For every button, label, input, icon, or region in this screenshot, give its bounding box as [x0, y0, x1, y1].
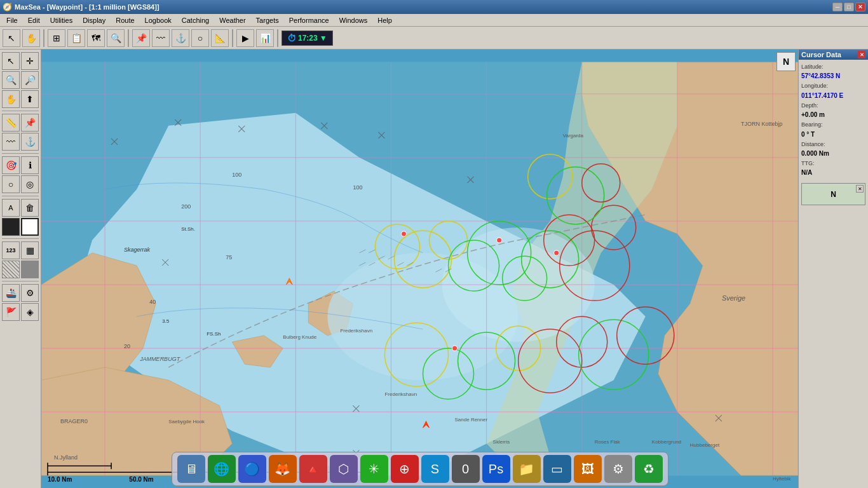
menu-item-performance[interactable]: Performance	[284, 14, 334, 26]
svg-point-85	[452, 346, 458, 351]
tool-pointer[interactable]: ↖	[2, 52, 20, 70]
tool-route[interactable]: 〰	[2, 133, 20, 151]
clock-dropdown[interactable]: ▼	[320, 34, 327, 43]
tool-counter[interactable]: 123	[2, 241, 20, 259]
toolbar-cursor-btn[interactable]: ↖	[3, 29, 20, 47]
menu-item-logbook[interactable]: Logbook	[140, 14, 177, 26]
taskbar-icon-chrome[interactable]: ⊕	[391, 455, 419, 483]
tool-locate[interactable]: ◈	[21, 303, 39, 321]
tool-grid2[interactable]: ▦	[21, 241, 39, 259]
svg-text:Saebygde Hook: Saebygde Hook	[168, 419, 205, 424]
scale-label-2: 50.0 Nm	[129, 476, 153, 483]
menu-item-catching[interactable]: Catching	[177, 14, 214, 26]
menu-item-file[interactable]: File	[1, 14, 23, 26]
tool-anchor[interactable]: ⚓	[21, 133, 39, 151]
tool-info[interactable]: ℹ	[21, 156, 39, 174]
distance-value: 0.000 Nm	[801, 149, 865, 159]
longitude-value: 011°17.4170 E	[801, 91, 865, 101]
svg-text:Bulberg Knude: Bulberg Knude	[283, 334, 316, 340]
menu-item-targets[interactable]: Targets	[251, 14, 284, 26]
cursor-panel-header: Cursor Data ✕	[799, 50, 868, 60]
scale-bar: 10.0 Nm 50.0 Nm	[48, 476, 154, 483]
toolbar-nav-btn[interactable]: ▶	[236, 29, 254, 47]
menu-item-utilities[interactable]: Utilities	[45, 14, 78, 26]
toolbar-data-btn[interactable]: 📊	[256, 29, 274, 47]
taskbar-icon-photoshop[interactable]: Ps	[482, 455, 510, 483]
bearing-value: 0 ° T	[801, 130, 865, 140]
close-button[interactable]: ✕	[855, 3, 865, 11]
minimize-button[interactable]: ─	[832, 3, 843, 11]
tool-bearing[interactable]: ◎	[21, 175, 39, 193]
taskbar-icon-monitor[interactable]: 🖥	[177, 455, 205, 483]
taskbar-icon-app6[interactable]: 🖼	[574, 455, 602, 483]
svg-text:Skagerrak: Skagerrak	[124, 247, 151, 253]
maximize-button[interactable]: □	[844, 3, 854, 11]
menu-item-edit[interactable]: Edit	[23, 14, 45, 26]
latitude-label: Latitude:	[801, 62, 865, 71]
toolbar-circle-btn[interactable]: ○	[191, 29, 209, 47]
tool-hatch[interactable]	[2, 261, 20, 278]
tool-zoomin[interactable]: 🔍	[2, 71, 20, 89]
nav-indicator: N	[831, 190, 836, 199]
svg-text:Kobbergrund: Kobbergrund	[652, 439, 681, 445]
taskbar-icon-network[interactable]: 🌐	[208, 455, 236, 483]
taskbar-icon-app4[interactable]: 0	[452, 455, 480, 483]
tool-settings[interactable]: ⚙	[21, 284, 39, 302]
tool-delete[interactable]: 🗑	[21, 199, 39, 217]
cursor-panel-close[interactable]: ✕	[858, 51, 865, 58]
svg-text:BRAGER0: BRAGER0	[60, 418, 88, 424]
toolbar-pan-btn[interactable]: ✋	[22, 29, 40, 47]
tool-measure[interactable]: 📏	[2, 114, 20, 132]
taskbar-icon-app7[interactable]: ⚙	[604, 455, 632, 483]
tool-flag[interactable]: 🚩	[2, 303, 20, 321]
tool-zoomout[interactable]: 🔎	[21, 71, 39, 89]
toolbar-chart-btn[interactable]: 🗺	[87, 29, 105, 47]
svg-text:200: 200	[181, 203, 191, 210]
svg-text:JAMMERBUGT: JAMMERBUGT	[139, 356, 181, 362]
tool-pan[interactable]: ✋	[2, 90, 20, 108]
tool-crosshair[interactable]: ✛	[21, 52, 39, 70]
tool-border[interactable]	[21, 218, 39, 236]
menu-item-route[interactable]: Route	[111, 14, 139, 26]
tool-circle[interactable]: ○	[2, 175, 20, 193]
toolbar-ruler-btn[interactable]: 📐	[211, 29, 229, 47]
toolbar-zoom-btn[interactable]: 🔍	[107, 29, 125, 47]
toolbar-grid-btn[interactable]: ⊞	[48, 29, 65, 47]
toolbar-anchor-btn[interactable]: ⚓	[172, 29, 189, 47]
taskbar-icon-recycle[interactable]: ♻	[635, 455, 663, 483]
menu-item-weather[interactable]: Weather	[214, 14, 250, 26]
title-bar: 🧭 MaxSea - [Waypoint] - [1:1 million [WG…	[0, 0, 868, 14]
taskbar-icon-app1[interactable]: 🔺	[299, 455, 327, 483]
toolbar-layer-btn[interactable]: 📋	[67, 29, 85, 47]
taskbar-icon-app2[interactable]: ⬡	[330, 455, 358, 483]
cursor-panel-title: Cursor Data	[801, 51, 841, 58]
menu-item-display[interactable]: Display	[78, 14, 111, 26]
tool-mark[interactable]: 📌	[21, 114, 39, 132]
tool-north[interactable]: ⬆	[21, 90, 39, 108]
svg-point-83	[497, 238, 502, 243]
toolbar: ↖ ✋ ⊞ 📋 🗺 🔍 📌 〰 ⚓ ○ 📐 ▶ 📊 ⏱ 17:23 ▼	[0, 27, 868, 50]
taskbar-icon-ie[interactable]: 🔵	[238, 455, 266, 483]
menu-item-help[interactable]: Help	[372, 14, 397, 26]
chart-area[interactable]: 200 75 40 20 100 100	[41, 50, 798, 488]
taskbar-icon-app5[interactable]: ▭	[543, 455, 571, 483]
tool-ship[interactable]: 🚢	[2, 284, 20, 302]
menu-item-windows[interactable]: Windows	[334, 14, 373, 26]
taskbar-icon-app3[interactable]: ✳	[360, 455, 388, 483]
toolbar-route-btn[interactable]: 〰	[152, 29, 170, 47]
taskbar-icon-firefox[interactable]: 🦊	[269, 455, 297, 483]
toolbar-waypoint-btn[interactable]: 📌	[132, 29, 150, 47]
svg-point-84	[554, 250, 559, 255]
taskbar-icon-skype[interactable]: S	[421, 455, 449, 483]
tool-text[interactable]: A	[2, 199, 20, 217]
svg-text:N.Jylland: N.Jylland	[54, 454, 78, 461]
depth-value: +0.00 m	[801, 110, 865, 120]
taskbar-icon-files[interactable]: 📁	[513, 455, 541, 483]
svg-text:FS.Sh: FS.Sh	[207, 331, 220, 337]
app-icon: 🧭	[3, 3, 12, 11]
chart-svg: 200 75 40 20 100 100	[41, 50, 798, 488]
nav-close[interactable]: ✕	[856, 185, 864, 193]
tool-target[interactable]: 🎯	[2, 156, 20, 174]
tool-solid[interactable]	[21, 261, 39, 278]
tool-fill[interactable]	[2, 218, 20, 236]
